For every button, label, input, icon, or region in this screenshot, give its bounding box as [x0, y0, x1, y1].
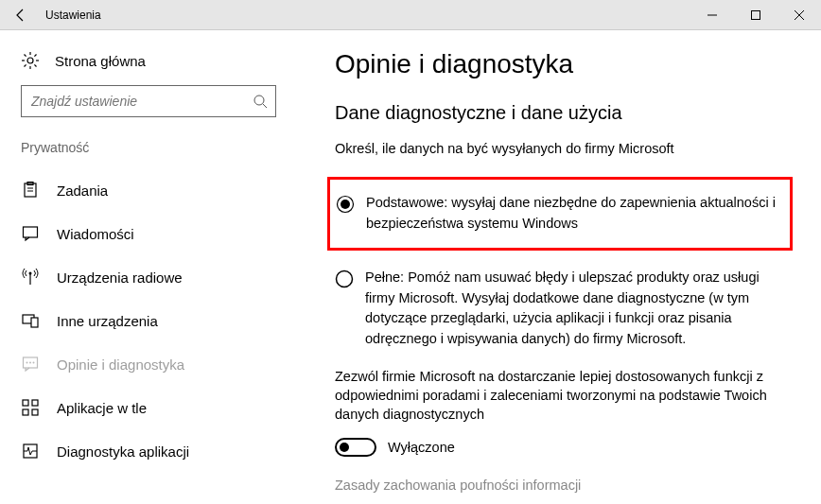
- privacy-link[interactable]: Zasady zachowania poufności informacji: [335, 478, 793, 493]
- search-input[interactable]: [29, 93, 253, 110]
- toggle-knob: [340, 443, 349, 452]
- svg-rect-30: [23, 409, 28, 415]
- devices-icon: [21, 311, 40, 330]
- diagnostics-icon: [21, 442, 40, 461]
- svg-rect-29: [32, 400, 38, 406]
- svg-rect-15: [25, 183, 36, 197]
- svg-point-4: [27, 58, 33, 63]
- search-icon: [253, 94, 268, 109]
- svg-line-14: [263, 104, 267, 108]
- page-title: Opinie i diagnostyka: [335, 49, 793, 79]
- sidebar: Strona główna Prywatność Zadania Wiadomo…: [0, 30, 297, 504]
- toggle-label: Wyłączone: [388, 440, 455, 455]
- sidebar-item-tasks[interactable]: Zadania: [0, 168, 297, 212]
- svg-line-12: [25, 64, 26, 66]
- close-button[interactable]: [777, 0, 821, 30]
- home-link[interactable]: Strona główna: [0, 47, 297, 85]
- radio-unselected-icon: [335, 269, 354, 288]
- svg-line-11: [34, 55, 36, 57]
- radio-full[interactable]: Pełne: Pomóż nam usuwać błędy i ulepszać…: [335, 268, 793, 350]
- svg-point-34: [341, 200, 350, 209]
- maximize-button[interactable]: [734, 0, 777, 30]
- svg-point-26: [29, 362, 31, 364]
- sidebar-item-label: Aplikacje w tle: [57, 400, 147, 416]
- permission-text: Zezwól firmie Microsoft na dostarczanie …: [335, 367, 793, 425]
- clipboard-icon: [21, 181, 40, 200]
- sidebar-item-label: Wiadomości: [57, 226, 134, 242]
- radio-basic[interactable]: Podstawowe: wysyłaj dane niezbędne do za…: [336, 193, 777, 235]
- search-box[interactable]: [21, 85, 276, 117]
- minimize-button[interactable]: [690, 0, 734, 30]
- svg-line-9: [25, 55, 26, 57]
- sidebar-item-label: Zadania: [57, 182, 108, 199]
- home-label: Strona główna: [55, 53, 146, 69]
- svg-point-21: [29, 272, 32, 275]
- grid-icon: [21, 398, 40, 417]
- sidebar-item-feedback[interactable]: Opinie i diagnostyka: [0, 342, 297, 386]
- gear-icon: [21, 51, 40, 70]
- titlebar: Ustawienia: [0, 0, 821, 30]
- radio-label: Pełne: Pomóż nam usuwać błędy i ulepszać…: [365, 268, 793, 350]
- sidebar-item-other-devices[interactable]: Inne urządzenia: [0, 299, 297, 342]
- category-label: Prywatność: [0, 134, 297, 168]
- feedback-icon: [21, 355, 40, 374]
- sidebar-item-radios[interactable]: Urządzenia radiowe: [0, 255, 297, 299]
- svg-rect-19: [24, 227, 38, 237]
- message-icon: [21, 224, 40, 243]
- svg-point-27: [33, 362, 35, 364]
- svg-rect-31: [32, 409, 38, 415]
- radio-selected-icon: [336, 195, 355, 214]
- antenna-icon: [21, 268, 40, 287]
- radio-label: Podstawowe: wysyłaj dane niezbędne do za…: [366, 193, 777, 235]
- back-button[interactable]: [0, 0, 42, 30]
- sidebar-item-messaging[interactable]: Wiadomości: [0, 212, 297, 255]
- highlighted-option: Podstawowe: wysyłaj dane niezbędne do za…: [327, 177, 793, 251]
- section-title: Dane diagnostyczne i dane użycia: [335, 102, 793, 124]
- window-title: Ustawienia: [42, 9, 101, 22]
- svg-rect-28: [23, 400, 28, 406]
- main-panel: Opinie i diagnostyka Dane diagnostyczne …: [297, 30, 821, 504]
- svg-point-25: [26, 362, 28, 364]
- sidebar-item-label: Opinie i diagnostyka: [57, 356, 184, 373]
- instruction-text: Określ, ile danych na być wysyłanych do …: [335, 139, 793, 158]
- sidebar-item-label: Urządzenia radiowe: [57, 269, 183, 286]
- svg-point-13: [254, 96, 264, 105]
- svg-rect-23: [31, 318, 38, 327]
- sidebar-item-app-diagnostics[interactable]: Diagnostyka aplikacji: [0, 429, 297, 473]
- sidebar-item-label: Inne urządzenia: [57, 313, 158, 329]
- svg-rect-1: [752, 10, 760, 19]
- sidebar-item-label: Diagnostyka aplikacji: [57, 443, 189, 460]
- svg-point-35: [337, 270, 353, 287]
- tailored-experiences-toggle[interactable]: [335, 438, 376, 457]
- sidebar-item-background-apps[interactable]: Aplikacje w tle: [0, 386, 297, 429]
- svg-line-10: [34, 64, 36, 66]
